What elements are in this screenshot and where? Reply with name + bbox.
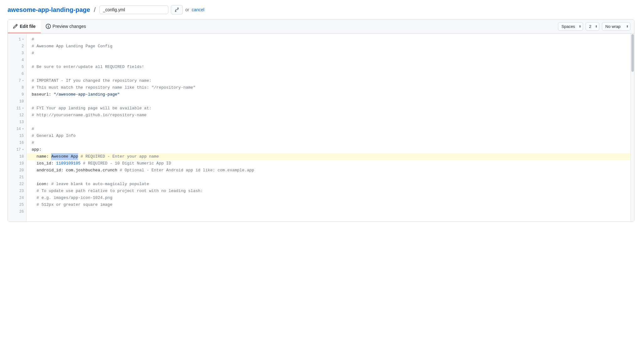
fold-arrow-icon[interactable]: ▾ bbox=[22, 146, 24, 153]
line-number: 3 bbox=[8, 50, 26, 57]
code-line bbox=[27, 208, 630, 215]
line-number: 6 bbox=[8, 70, 26, 77]
line-number: 2 bbox=[8, 43, 26, 50]
code-line: icon: # leave blank to auto-magically po… bbox=[27, 181, 630, 188]
scrollbar-thumb bbox=[631, 34, 634, 72]
line-number: 20 bbox=[8, 167, 26, 174]
line-number: 4 bbox=[8, 57, 26, 64]
code-line: # Awesome App Landing Page Config bbox=[27, 43, 630, 50]
indent-select-wrapper: 2 4 8 bbox=[586, 22, 599, 31]
edit-file-icon bbox=[13, 24, 18, 29]
code-line: # Be sure to enter/update all REQUIRED f… bbox=[27, 64, 630, 70]
code-line: # bbox=[27, 126, 630, 133]
fold-arrow-icon[interactable]: ▾ bbox=[22, 36, 24, 43]
preview-changes-label: Preview changes bbox=[53, 24, 86, 29]
line-number: 13 bbox=[8, 119, 26, 126]
code-line bbox=[27, 57, 630, 64]
code-line: # bbox=[27, 50, 630, 57]
scrollbar-track[interactable] bbox=[630, 34, 634, 221]
line-number: 14▾ bbox=[8, 126, 26, 133]
code-line: # This must match the repository name li… bbox=[27, 84, 630, 91]
indent-select[interactable]: 2 4 8 bbox=[586, 22, 599, 31]
code-content[interactable]: ## Awesome App Landing Page Config# # Be… bbox=[27, 34, 630, 221]
code-line: android_id: com.joshbuchea.crunch # Opti… bbox=[27, 167, 630, 174]
line-number: 7▾ bbox=[8, 77, 26, 84]
page-header: awesome-app-landing-page / or cancel bbox=[0, 0, 642, 19]
line-number: 26 bbox=[8, 208, 26, 215]
line-numbers: 1▾234567▾891011▾121314▾151617▾1819202122… bbox=[8, 34, 27, 221]
breadcrumb-separator: / bbox=[94, 6, 96, 13]
code-line bbox=[27, 70, 630, 77]
code-editor[interactable]: 1▾234567▾891011▾121314▾151617▾1819202122… bbox=[8, 34, 634, 221]
line-number: 22 bbox=[8, 181, 26, 188]
repo-name-link[interactable]: awesome-app-landing-page bbox=[8, 6, 90, 13]
code-line: # General App Info bbox=[27, 133, 630, 139]
line-number: 23 bbox=[8, 188, 26, 195]
code-line: # FYI Your app landing page will be avai… bbox=[27, 105, 630, 112]
editor-toolbar: Edit file Preview changes Spaces Tabs 2 … bbox=[8, 20, 634, 34]
code-line bbox=[27, 119, 630, 126]
edit-file-label: Edit file bbox=[20, 24, 36, 29]
line-number: 19 bbox=[8, 160, 26, 167]
fold-arrow-icon[interactable]: ▾ bbox=[22, 105, 24, 112]
code-line: # bbox=[27, 139, 630, 146]
wrap-select-wrapper: No wrap Soft wrap bbox=[602, 22, 630, 31]
line-number: 8 bbox=[8, 84, 26, 91]
line-number: 25 bbox=[8, 201, 26, 208]
code-line: # To update use path relative to project… bbox=[27, 188, 630, 195]
fold-arrow-icon[interactable]: ▾ bbox=[22, 77, 24, 84]
line-number: 15 bbox=[8, 133, 26, 139]
commit-icon bbox=[174, 7, 179, 12]
code-line: # 512px or greater square image bbox=[27, 201, 630, 208]
spaces-select-wrapper: Spaces Tabs bbox=[558, 22, 583, 31]
line-number: 10 bbox=[8, 98, 26, 105]
spaces-select[interactable]: Spaces Tabs bbox=[558, 22, 583, 31]
line-number: 24 bbox=[8, 195, 26, 201]
filename-input[interactable] bbox=[99, 5, 168, 14]
code-line bbox=[27, 174, 630, 181]
toolbar-controls: Spaces Tabs 2 4 8 No wrap Soft wrap bbox=[554, 20, 634, 33]
code-line: # http://yourusername.github.io/reposito… bbox=[27, 112, 630, 119]
code-line bbox=[27, 98, 630, 105]
editor-container: Edit file Preview changes Spaces Tabs 2 … bbox=[8, 19, 634, 222]
line-number: 16 bbox=[8, 139, 26, 146]
commit-icon-button[interactable] bbox=[171, 5, 183, 14]
line-number: 12 bbox=[8, 112, 26, 119]
line-number: 17▾ bbox=[8, 146, 26, 153]
code-line: app: bbox=[27, 146, 630, 153]
cancel-link[interactable]: cancel bbox=[192, 7, 204, 12]
wrap-select[interactable]: No wrap Soft wrap bbox=[602, 22, 630, 31]
line-number: 11▾ bbox=[8, 105, 26, 112]
code-line: name: Awesome App # REQUIRED - Enter you… bbox=[27, 153, 630, 160]
line-number: 1▾ bbox=[8, 36, 26, 43]
preview-icon bbox=[46, 24, 51, 29]
line-number: 9 bbox=[8, 91, 26, 98]
line-number: 18 bbox=[8, 153, 26, 160]
edit-file-tab[interactable]: Edit file bbox=[8, 20, 41, 33]
code-line: # bbox=[27, 36, 630, 43]
code-line: # e.g. images/app-icon-1024.png bbox=[27, 195, 630, 201]
line-number: 5 bbox=[8, 64, 26, 70]
line-number: 21 bbox=[8, 174, 26, 181]
code-line: # IMPORTANT - If you changed the reposit… bbox=[27, 77, 630, 84]
fold-arrow-icon[interactable]: ▾ bbox=[22, 126, 24, 133]
code-line: baseurl: "/awesome-app-landing-page" bbox=[27, 91, 630, 98]
preview-changes-tab[interactable]: Preview changes bbox=[41, 20, 91, 33]
or-text: or bbox=[185, 7, 189, 12]
code-line: ios_id: 1109109105 # REQUIRED - 10 Digit… bbox=[27, 160, 630, 167]
